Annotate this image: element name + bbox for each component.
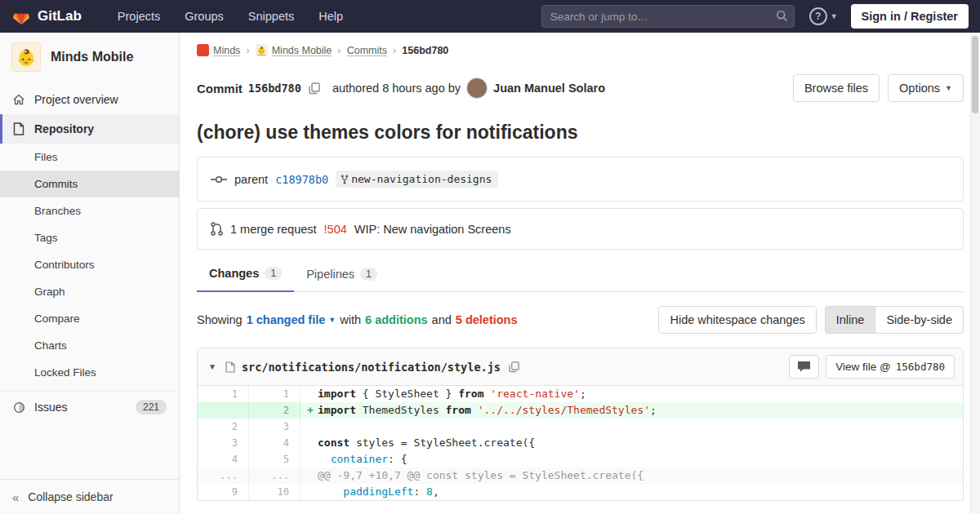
chevron-right-icon: › [393,44,396,56]
branch-ref[interactable]: new-navigation-designs [336,171,498,188]
chevron-down-icon: ▼ [328,316,336,324]
hide-whitespace-button[interactable]: Hide whitespace changes [658,306,816,334]
mr-count-text: 1 merge request [230,223,317,236]
top-navbar: GitLab Projects Groups Snippets Help ? ▼… [0,0,980,33]
tab-changes[interactable]: Changes 1 [197,256,294,292]
parent-sha-link[interactable]: c18978b0 [275,173,328,186]
parent-label: parent [234,173,268,186]
sidebar-item-branches[interactable]: Branches [0,197,179,224]
copy-sha-button[interactable] [307,81,322,96]
commit-label: Commit [197,82,243,95]
project-avatar-small: 👶 [256,44,268,56]
group-avatar [197,44,209,56]
diff-table: 11 import { StyleSheet } from 'react-nat… [198,386,963,500]
commit-meta-row: Commit 156bd780 authored 8 hours ago by … [194,64,967,107]
nav-help[interactable]: Help [318,10,343,23]
view-mode-toggle: Inline Side-by-side [825,306,964,334]
sidebar-item-contributors[interactable]: Contributors [0,251,179,278]
file-diff: ▼ src/notifications/notification/style.j… [197,348,964,501]
sidebar-item-issues[interactable]: Issues 221 [0,391,179,423]
sidebar-item-repository[interactable]: Repository [0,114,179,144]
home-icon [12,93,25,106]
changed-file-dropdown[interactable]: 1 changed file ▼ [247,313,336,326]
global-search [541,5,795,28]
diff-line-number-new[interactable]: 5 [249,451,301,467]
diff-line-number-new[interactable]: 10 [249,484,301,500]
deletions-count: 5 deletions [456,313,518,326]
sidebar-item-commits[interactable]: Commits [0,171,179,197]
nav-projects[interactable]: Projects [118,10,160,23]
sign-in-register-button[interactable]: Sign in / Register [851,4,969,29]
sidebar-item-compare[interactable]: Compare [0,305,179,332]
search-icon[interactable] [776,10,788,22]
toggle-comments-button[interactable] [789,355,819,379]
showing-text: Showing [197,313,243,326]
sidebar-item-files[interactable]: Files [0,144,179,171]
sidebar-item-locked-files[interactable]: Locked Files [0,359,179,386]
chevron-right-icon: › [246,44,249,56]
diff-row: 11 import { StyleSheet } from 'react-nat… [198,386,963,402]
diff-row: 23 [198,419,963,435]
view-file-button[interactable]: View file @ 156bd780 [826,355,955,379]
additions-count: 6 additions [365,313,428,326]
changes-summary-bar: Showing 1 changed file ▼ with 6 addition… [194,292,967,348]
diff-line-number-old[interactable] [198,402,249,419]
search-input[interactable] [541,5,795,28]
scrollbar[interactable] [970,33,980,514]
diff-line-number-new[interactable]: 2 [249,402,301,419]
sidebar-item-tags[interactable]: Tags [0,224,179,251]
merge-request-box: 1 merge request !504 WIP: New navigation… [197,208,964,250]
author-avatar[interactable] [466,78,488,99]
diff-line-number-new[interactable]: 4 [249,435,301,451]
repository-icon [12,122,25,135]
help-icon: ? [809,7,827,25]
authored-text: authored 8 hours ago by [332,82,461,95]
mr-ref-link[interactable]: !504 [324,223,347,236]
collapse-sidebar-button[interactable]: « Collapse sidebar [0,479,179,514]
sidebar-item-charts[interactable]: Charts [0,332,179,359]
project-header[interactable]: 👶 Minds Mobile [0,33,179,80]
diff-line-number-new[interactable]: ... [249,467,301,484]
project-name: Minds Mobile [51,50,133,64]
side-by-side-view-button[interactable]: Side-by-side [875,306,964,334]
diff-code-line: import { StyleSheet } from 'react-native… [301,386,964,402]
diff-file-path[interactable]: src/notifications/notification/style.js [242,361,501,374]
collapse-diff-caret-icon[interactable]: ▼ [206,362,219,371]
sidebar-item-project-overview[interactable]: Project overview [0,85,179,114]
browse-files-button[interactable]: Browse files [793,74,880,102]
help-menu[interactable]: ? ▼ [809,7,838,25]
commit-title: (chore) use themes colors for notificati… [197,122,964,144]
diff-line-number-new[interactable]: 3 [249,419,301,435]
diff-line-number-old[interactable]: ... [198,467,249,484]
scrollbar-thumb[interactable] [972,36,978,113]
diff-line-number-old[interactable]: 3 [198,435,249,451]
diff-code-line [301,419,964,435]
options-button[interactable]: Options ▼ [888,74,964,102]
commit-tabs: Changes 1 Pipelines 1 [197,256,964,292]
breadcrumb-group[interactable]: Minds [197,44,240,56]
file-icon [225,361,235,373]
changes-count-badge: 1 [265,267,282,280]
pipelines-count-badge: 1 [360,268,377,281]
sidebar-item-graph[interactable]: Graph [0,278,179,305]
diff-line-number-new[interactable]: 1 [249,386,301,402]
diff-file-actions: View file @ 156bd780 [789,355,955,379]
collapse-label: Collapse sidebar [28,490,113,503]
breadcrumb: Minds › 👶 Minds Mobile › Commits › 156bd… [194,33,967,64]
diff-line-number-old[interactable]: 9 [198,484,249,500]
diff-line-number-old[interactable]: 1 [198,386,249,402]
tab-pipelines[interactable]: Pipelines 1 [294,256,390,291]
copy-file-path-button[interactable] [507,360,521,374]
issues-icon [12,401,25,414]
breadcrumb-commits[interactable]: Commits [347,45,387,56]
diff-code-line: paddingLeft: 8, [301,484,964,500]
nav-snippets[interactable]: Snippets [248,10,294,23]
nav-groups[interactable]: Groups [185,10,224,23]
diff-line-number-old[interactable]: 4 [198,451,249,467]
brand-name: GitLab [38,8,82,24]
inline-view-button[interactable]: Inline [825,306,875,334]
diff-line-number-old[interactable]: 2 [198,419,249,435]
breadcrumb-project[interactable]: 👶 Minds Mobile [256,44,332,56]
gitlab-logo[interactable]: GitLab [11,7,82,26]
author-name[interactable]: Juan Manuel Solaro [493,82,605,95]
